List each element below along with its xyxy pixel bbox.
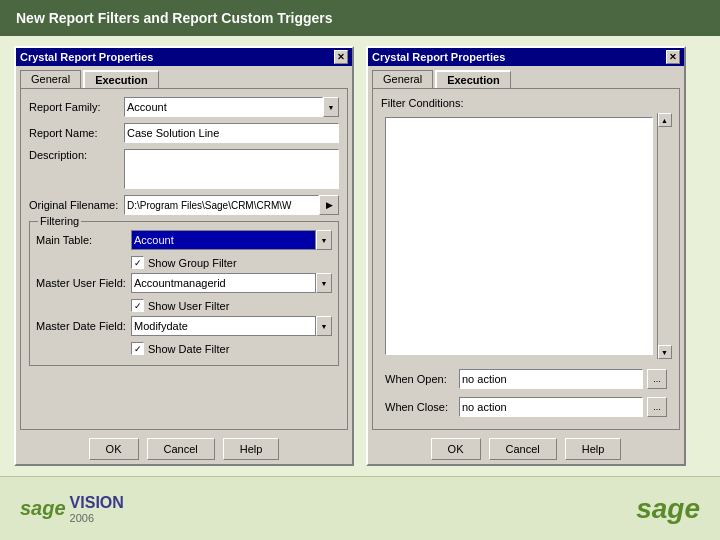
dialog-right-close-button[interactable]: ✕ [666, 50, 680, 64]
master-user-field-input[interactable]: Accountmanagerid [131, 273, 316, 293]
original-filename-field: D:\Program Files\Sage\CRM\CRM\W ▶ [124, 195, 339, 215]
dialog-left: Crystal Report Properties ✕ General Exec… [14, 46, 354, 466]
when-open-dots-btn[interactable]: ... [647, 369, 667, 389]
show-group-filter-label: Show Group Filter [148, 257, 237, 269]
dialog-right-cancel-button[interactable]: Cancel [489, 438, 557, 460]
dialog-right-titlebar: Crystal Report Properties ✕ [368, 48, 684, 66]
dialog-right-help-button[interactable]: Help [565, 438, 622, 460]
dialog-left-titlebar: Crystal Report Properties ✕ [16, 48, 352, 66]
master-date-field-row: Master Date Field: Modifydate ▼ [36, 316, 332, 336]
when-open-label: When Open: [385, 373, 455, 385]
dialog-right-title: Crystal Report Properties [372, 51, 505, 63]
master-date-field-label: Master Date Field: [36, 320, 131, 332]
filtering-label: Filtering [38, 215, 81, 227]
checkmark-icon: ✓ [134, 258, 142, 268]
tab-left-execution[interactable]: Execution [83, 70, 159, 88]
dialog-right-tabs: General Execution [368, 66, 684, 88]
main-table-label: Main Table: [36, 234, 131, 246]
sage-vision-logo: sage VISION 2006 [20, 494, 124, 524]
report-family-label: Report Family: [29, 101, 124, 113]
filtering-group: Filtering Main Table: Account ▼ [29, 221, 339, 366]
filter-conditions-area: ▲ ▼ [381, 113, 671, 359]
when-open-row: When Open: no action ... [381, 365, 671, 393]
dialog-left-cancel-button[interactable]: Cancel [147, 438, 215, 460]
master-user-field-dropdown-btn[interactable]: ▼ [316, 273, 332, 293]
filter-conditions-label-row: Filter Conditions: [381, 97, 671, 109]
master-date-field: Modifydate ▼ [131, 316, 332, 336]
original-filename-input[interactable]: D:\Program Files\Sage\CRM\CRM\W [124, 195, 319, 215]
show-date-filter-row: ✓ Show Date Filter [131, 342, 332, 355]
year-text: 2006 [70, 512, 124, 524]
dropdown-arrow-icon4: ▼ [321, 323, 328, 330]
vision-text: VISION [70, 494, 124, 512]
original-filename-label: Original Filename: [29, 199, 124, 211]
show-date-filter-checkbox[interactable]: ✓ [131, 342, 144, 355]
dropdown-arrow-icon3: ▼ [321, 280, 328, 287]
page-title: New Report Filters and Report Custom Tri… [16, 10, 333, 26]
dropdown-arrow-icon2: ▼ [321, 237, 328, 244]
show-group-filter-row: ✓ Show Group Filter [131, 256, 332, 269]
checkmark-icon2: ✓ [134, 301, 142, 311]
main-table-field: Account ▼ [131, 230, 332, 250]
when-close-input[interactable]: no action [459, 397, 643, 417]
tab-right-general[interactable]: General [372, 70, 433, 88]
scroll-down-btn[interactable]: ▼ [658, 345, 672, 359]
description-row: Description: [29, 149, 339, 189]
browse-icon: ▶ [326, 200, 333, 210]
description-input[interactable] [124, 149, 339, 189]
filter-conditions-input[interactable] [385, 117, 653, 355]
report-name-input[interactable]: Case Solution Line [124, 123, 339, 143]
scroll-up-icon: ▲ [661, 117, 668, 124]
main-table-dropdown[interactable]: Account [131, 230, 316, 250]
dialog-left-buttons: OK Cancel Help [16, 434, 352, 464]
vision-block: VISION 2006 [70, 494, 124, 524]
main-table-dropdown-btn[interactable]: ▼ [316, 230, 332, 250]
show-user-filter-label: Show User Filter [148, 300, 229, 312]
tab-left-general[interactable]: General [20, 70, 81, 88]
dialog-right-buttons: OK Cancel Help [368, 434, 684, 464]
checkmark-icon3: ✓ [134, 344, 142, 354]
dialog-left-help-button[interactable]: Help [223, 438, 280, 460]
report-name-row: Report Name: Case Solution Line [29, 123, 339, 143]
filter-conditions-scrollbar: ▲ ▼ [657, 113, 671, 359]
dialog-left-ok-button[interactable]: OK [89, 438, 139, 460]
report-family-row: Report Family: Account ▼ [29, 97, 339, 117]
dropdown-arrow-icon: ▼ [328, 104, 335, 111]
master-user-field-row: Master User Field: Accountmanagerid ▼ [36, 273, 332, 293]
dialog-right-body: Filter Conditions: ▲ ▼ When Open: [372, 88, 680, 430]
page-header: New Report Filters and Report Custom Tri… [0, 0, 720, 36]
show-group-filter-checkbox[interactable]: ✓ [131, 256, 144, 269]
when-close-dots-btn[interactable]: ... [647, 397, 667, 417]
dialog-left-title: Crystal Report Properties [20, 51, 153, 63]
tab-right-execution[interactable]: Execution [435, 70, 511, 88]
when-close-row: When Close: no action ... [381, 393, 671, 421]
scroll-up-btn[interactable]: ▲ [658, 113, 672, 127]
show-date-filter-label: Show Date Filter [148, 343, 229, 355]
master-date-field-dropdown-btn[interactable]: ▼ [316, 316, 332, 336]
master-user-field-label: Master User Field: [36, 277, 131, 289]
sage-text-left: sage [20, 497, 66, 520]
description-label: Description: [29, 149, 124, 161]
master-user-field: Accountmanagerid ▼ [131, 273, 332, 293]
original-filename-row: Original Filename: D:\Program Files\Sage… [29, 195, 339, 215]
dialog-right: Crystal Report Properties ✕ General Exec… [366, 46, 686, 466]
main-table-row: Main Table: Account ▼ [36, 230, 332, 250]
filter-conditions-label: Filter Conditions: [381, 97, 464, 109]
report-family-field: Account ▼ [124, 97, 339, 117]
report-family-dropdown-btn[interactable]: ▼ [323, 97, 339, 117]
when-open-input[interactable]: no action [459, 369, 643, 389]
report-name-label: Report Name: [29, 127, 124, 139]
show-user-filter-checkbox[interactable]: ✓ [131, 299, 144, 312]
scroll-down-icon: ▼ [661, 349, 668, 356]
dialog-right-ok-button[interactable]: OK [431, 438, 481, 460]
original-filename-browse-btn[interactable]: ▶ [319, 195, 339, 215]
main-content: Crystal Report Properties ✕ General Exec… [0, 36, 720, 476]
dialog-left-tabs: General Execution [16, 66, 352, 88]
dialog-left-close-button[interactable]: ✕ [334, 50, 348, 64]
report-family-input[interactable]: Account [124, 97, 323, 117]
close-icon2: ✕ [669, 52, 677, 62]
master-date-field-input[interactable]: Modifydate [131, 316, 316, 336]
when-close-label: When Close: [385, 401, 455, 413]
dialog-left-body: Report Family: Account ▼ Report Name: Ca… [20, 88, 348, 430]
page-footer: sage VISION 2006 sage [0, 476, 720, 540]
